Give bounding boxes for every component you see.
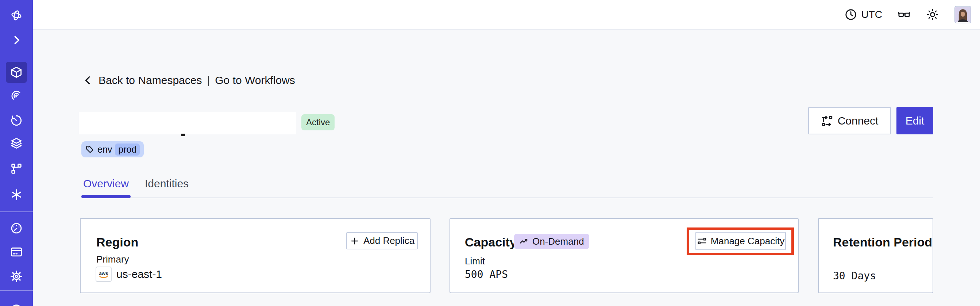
namespace-tag: env prod [81, 141, 144, 158]
namespace-detail-page: UTC [0, 0, 980, 306]
region-value: us-east-1 [116, 268, 162, 280]
sidebar-expand-chevron-icon[interactable] [8, 32, 24, 48]
connect-button[interactable]: Connect [808, 107, 891, 134]
sidebar-item-usage[interactable] [8, 220, 24, 236]
labs-glasses-icon[interactable] [897, 8, 911, 21]
limit-value: 500 APS [465, 268, 508, 280]
aws-provider-icon: aws [95, 266, 111, 282]
redaction-artifact-dot [181, 134, 185, 136]
sliders-icon [697, 236, 707, 246]
ondemand-badge: On-Demand [514, 234, 589, 249]
sidebar-item-nexus[interactable] [8, 186, 24, 202]
trending-up-icon [519, 237, 529, 247]
status-badge-label: Active [306, 117, 330, 128]
breadcrumb: Back to Namespaces | Go to Workflows [83, 74, 295, 86]
temporal-logo-icon[interactable] [8, 7, 24, 23]
sidebar-item-profile[interactable] [8, 301, 24, 306]
sidebar-item-schedules[interactable] [8, 113, 24, 129]
sidebar-divider [0, 212, 33, 212]
aws-label: aws [99, 271, 108, 276]
tab-identities[interactable]: Identities [145, 177, 189, 190]
user-avatar[interactable] [955, 6, 971, 23]
tab-overview[interactable]: Overview [83, 177, 129, 190]
sidebar-item-settings[interactable] [8, 268, 24, 284]
region-card: Region Add Replica Primary aws us-east-1 [80, 218, 431, 293]
nexus-asterisk-icon [10, 188, 23, 201]
capacity-card: Capacity On-Demand Manage Capacity Limit… [450, 218, 799, 293]
namespaces-cube-icon [10, 66, 23, 79]
add-replica-button[interactable]: Add Replica [346, 232, 418, 249]
workflows-spiral-icon [10, 89, 23, 103]
limit-label: Limit [465, 256, 485, 267]
ondemand-badge-label: On-Demand [532, 236, 584, 247]
edit-button-label: Edit [905, 115, 924, 127]
sidebar-item-namespaces[interactable] [6, 62, 27, 83]
topbar: UTC [33, 0, 980, 30]
retention-card-title: Retention Period [833, 235, 932, 249]
clock-icon [844, 8, 858, 21]
gauge-icon [10, 222, 23, 235]
plus-icon [350, 236, 360, 246]
sidebar [0, 0, 33, 306]
capacity-card-title: Capacity [465, 235, 517, 249]
sidebar-item-workflows[interactable] [8, 88, 24, 104]
sidebar-divider [0, 290, 33, 291]
connect-button-label: Connect [838, 115, 878, 127]
retention-card: Retention Period 30 Days [818, 218, 933, 293]
active-tab-indicator [81, 195, 130, 198]
tag-key: env [97, 144, 112, 155]
sidebar-item-deployments[interactable] [8, 135, 24, 151]
profile-circle-icon [10, 302, 23, 306]
primary-label: Primary [96, 254, 129, 265]
add-replica-label: Add Replica [363, 235, 414, 247]
region-card-title: Region [96, 235, 138, 249]
timezone-selector[interactable]: UTC [844, 8, 882, 21]
tag-icon [85, 145, 94, 154]
sidebar-item-worker-deployments[interactable] [8, 161, 24, 177]
timezone-label: UTC [861, 9, 882, 21]
connect-icon [821, 115, 833, 127]
layers-stack-icon [10, 137, 23, 150]
status-badge: Active [301, 114, 334, 131]
tabs-baseline [81, 198, 933, 198]
schedules-timer-icon [10, 114, 23, 127]
breadcrumb-separator: | [207, 74, 210, 86]
breadcrumb-back-link[interactable]: Back to Namespaces [99, 74, 202, 86]
branch-icon [10, 162, 23, 175]
gear-icon [10, 270, 23, 283]
chevron-left-icon[interactable] [83, 75, 94, 86]
retention-value: 30 Days [833, 270, 876, 282]
sidebar-item-billing[interactable] [8, 244, 24, 260]
edit-button[interactable]: Edit [896, 107, 933, 134]
primary-region-row: aws us-east-1 [95, 266, 162, 282]
theme-sun-icon[interactable] [926, 8, 939, 21]
tag-value-chip: prod [115, 143, 140, 156]
manage-capacity-label: Manage Capacity [711, 236, 784, 247]
manage-capacity-button[interactable]: Manage Capacity [695, 232, 786, 250]
namespace-title-redacted [79, 112, 296, 134]
breadcrumb-workflows-link[interactable]: Go to Workflows [215, 74, 295, 86]
billing-card-icon [10, 245, 23, 258]
